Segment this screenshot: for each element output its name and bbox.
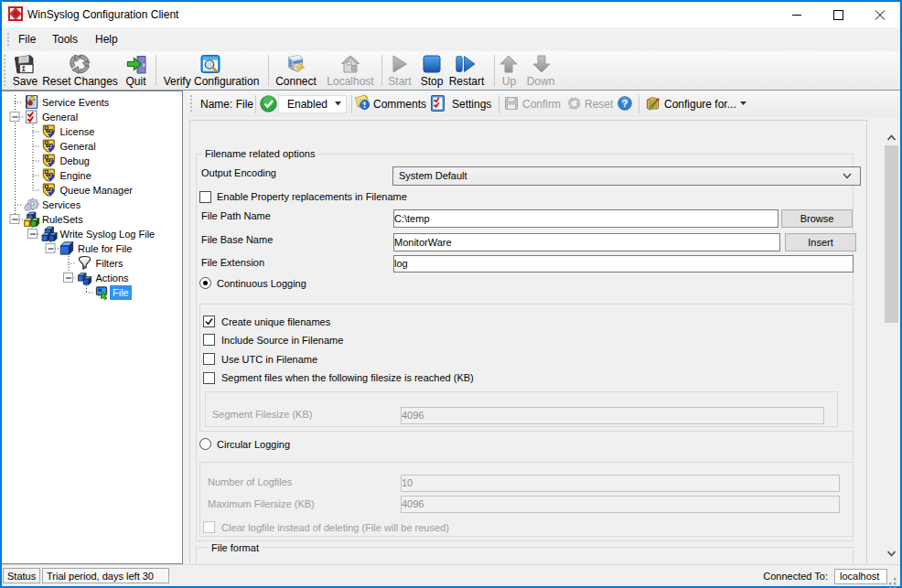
svg-text:?: ? [622, 98, 628, 109]
